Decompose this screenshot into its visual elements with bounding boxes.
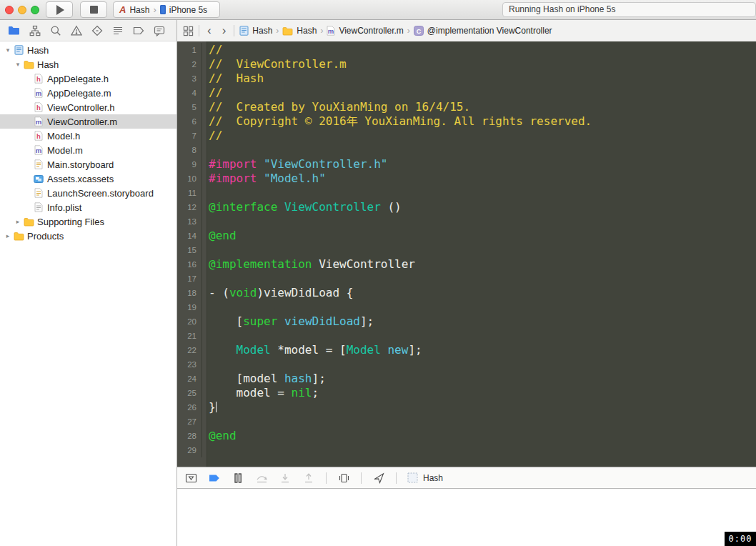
- navigator-tab-symbols[interactable]: [24, 21, 45, 40]
- sidebar-item-hash[interactable]: ▾Hash: [0, 57, 176, 71]
- code-line-27[interactable]: 27: [177, 415, 756, 429]
- navigator-tab-debug[interactable]: [107, 21, 128, 40]
- navigator-tab-search[interactable]: [45, 21, 66, 40]
- m-icon: m: [327, 26, 335, 36]
- code-line-18[interactable]: 18- (void)viewDidLoad {: [177, 286, 756, 300]
- code-lines: 1//2// ViewController.m3// Hash4//5// Cr…: [177, 43, 756, 457]
- sidebar-item-model-m[interactable]: mModel.m: [0, 143, 176, 157]
- debug-console-area[interactable]: [177, 489, 756, 546]
- line-number: 26: [177, 400, 202, 415]
- sidebar-item-main-storyboard[interactable]: Main.storyboard: [0, 157, 176, 172]
- code-line-21[interactable]: 21: [177, 329, 756, 343]
- navigator-tab-issues[interactable]: [66, 21, 86, 40]
- code-line-9[interactable]: 9#import "ViewController.h": [177, 157, 756, 172]
- jump-bar: ‹ › Hash›Hash›mViewController.m›C@implem…: [177, 20, 756, 41]
- code-line-26[interactable]: 26}: [177, 400, 756, 415]
- zoom-window-button[interactable]: [31, 6, 39, 14]
- go-forward-button[interactable]: ›: [219, 25, 229, 36]
- disclosure-triangle[interactable]: ▾: [3, 46, 13, 54]
- sidebar-item-info-plist[interactable]: Info.plist: [0, 200, 176, 214]
- sidebar-item-products[interactable]: ▸Products: [0, 229, 176, 243]
- folder-icon: [23, 217, 34, 227]
- code-line-3[interactable]: 3// Hash: [177, 71, 756, 86]
- code-line-1[interactable]: 1//: [177, 43, 756, 57]
- simulate-location-button[interactable]: [372, 472, 385, 485]
- hide-debug-area-button[interactable]: [184, 472, 197, 485]
- code-line-28[interactable]: 28@end: [177, 429, 756, 443]
- file-label: Supporting Files: [37, 217, 104, 227]
- code-line-20[interactable]: 20 [super viewDidLoad];: [177, 314, 756, 329]
- go-back-button[interactable]: ‹: [204, 25, 214, 36]
- code-line-17[interactable]: 17: [177, 272, 756, 286]
- sidebar-item-model-h[interactable]: hModel.h: [0, 129, 176, 143]
- navigator-tab-reports[interactable]: [149, 21, 169, 40]
- scheme-selector[interactable]: A Hash › iPhone 5s: [113, 1, 220, 18]
- source-editor[interactable]: 1//2// ViewController.m3// Hash4//5// Cr…: [177, 41, 756, 467]
- sidebar-item-appdelegate-h[interactable]: hAppDelegate.h: [0, 71, 176, 86]
- code-text: [202, 143, 209, 157]
- code-line-7[interactable]: 7//: [177, 129, 756, 143]
- code-line-22[interactable]: 22 Model *model = [Model new];: [177, 343, 756, 357]
- line-number: 21: [177, 329, 202, 343]
- breadcrumb-separator: ›: [320, 26, 323, 36]
- sidebar-item-hash[interactable]: ▾Hash: [0, 43, 176, 57]
- breadcrumb-item-hash[interactable]: Hash: [239, 26, 272, 36]
- file-label: AppDelegate.m: [47, 88, 111, 99]
- sidebar-item-appdelegate-m[interactable]: mAppDelegate.m: [0, 86, 176, 100]
- sidebar-item-launchscreen-storyboard[interactable]: LaunchScreen.storyboard: [0, 186, 176, 200]
- step-out-button[interactable]: [302, 472, 315, 485]
- stop-button[interactable]: [80, 1, 107, 18]
- destination-name: iPhone 5s: [169, 5, 207, 15]
- breadcrumb-item-implementation-viewcontroller[interactable]: C@implementation ViewController: [414, 26, 552, 36]
- navigator-tab-project[interactable]: [4, 21, 24, 40]
- breadcrumb-item-viewcontroller-m[interactable]: mViewController.m: [327, 26, 403, 36]
- code-line-19[interactable]: 19: [177, 300, 756, 314]
- debug-view-hierarchy-button[interactable]: [337, 472, 350, 485]
- breakpoints-toggle-button[interactable]: [208, 472, 221, 485]
- stop-icon: [90, 6, 98, 14]
- code-line-5[interactable]: 5// Created by YouXianMing on 16/4/15.: [177, 100, 756, 114]
- breadcrumb-item-hash[interactable]: Hash: [282, 26, 317, 36]
- disclosure-triangle[interactable]: ▸: [3, 232, 13, 239]
- navigator-tab-breakpoints[interactable]: [128, 21, 149, 40]
- code-text: @end: [202, 229, 237, 243]
- code-line-14[interactable]: 14@end: [177, 229, 756, 243]
- code-line-10[interactable]: 10#import "Model.h": [177, 172, 756, 186]
- code-line-16[interactable]: 16@implementation ViewController: [177, 257, 756, 272]
- debug-bar: Hash: [177, 467, 756, 489]
- pause-button[interactable]: [232, 472, 244, 485]
- file-label: AppDelegate.h: [47, 74, 109, 84]
- minimize-window-button[interactable]: [18, 6, 26, 14]
- code-line-29[interactable]: 29: [177, 443, 756, 457]
- code-line-15[interactable]: 15: [177, 243, 756, 257]
- code-line-6[interactable]: 6// Copyright © 2016年 YouXianMing. All r…: [177, 114, 756, 129]
- code-line-25[interactable]: 25 model = nil;: [177, 386, 756, 400]
- code-line-8[interactable]: 8: [177, 143, 756, 157]
- assets-icon: [33, 174, 44, 184]
- code-line-12[interactable]: 12@interface ViewController (): [177, 200, 756, 214]
- close-window-button[interactable]: [5, 6, 14, 14]
- step-over-button[interactable]: [255, 472, 268, 485]
- play-icon: [56, 5, 64, 15]
- line-number: 16: [177, 257, 202, 272]
- run-button[interactable]: [46, 1, 73, 18]
- sidebar-item-viewcontroller-m[interactable]: mViewController.m: [0, 114, 176, 129]
- disclosure-triangle[interactable]: ▾: [13, 61, 23, 68]
- step-into-button[interactable]: [279, 472, 292, 485]
- sidebar-item-assets-xcassets[interactable]: Assets.xcassets: [0, 172, 176, 186]
- svg-text:h: h: [36, 104, 41, 111]
- related-items-icon[interactable]: [183, 26, 194, 36]
- code-line-23[interactable]: 23: [177, 357, 756, 372]
- sidebar-item-supporting-files[interactable]: ▸Supporting Files: [0, 214, 176, 229]
- svg-text:h: h: [36, 75, 41, 83]
- code-line-4[interactable]: 4//: [177, 86, 756, 100]
- sidebar-item-viewcontroller-h[interactable]: hViewController.h: [0, 100, 176, 114]
- code-text: [202, 357, 209, 372]
- code-line-24[interactable]: 24 [model hash];: [177, 372, 756, 386]
- process-selector[interactable]: Hash: [407, 472, 443, 483]
- code-line-11[interactable]: 11: [177, 186, 756, 200]
- code-line-13[interactable]: 13: [177, 214, 756, 229]
- code-line-2[interactable]: 2// ViewController.m: [177, 57, 756, 71]
- navigator-tab-tests[interactable]: [86, 21, 107, 40]
- disclosure-triangle[interactable]: ▸: [13, 218, 23, 225]
